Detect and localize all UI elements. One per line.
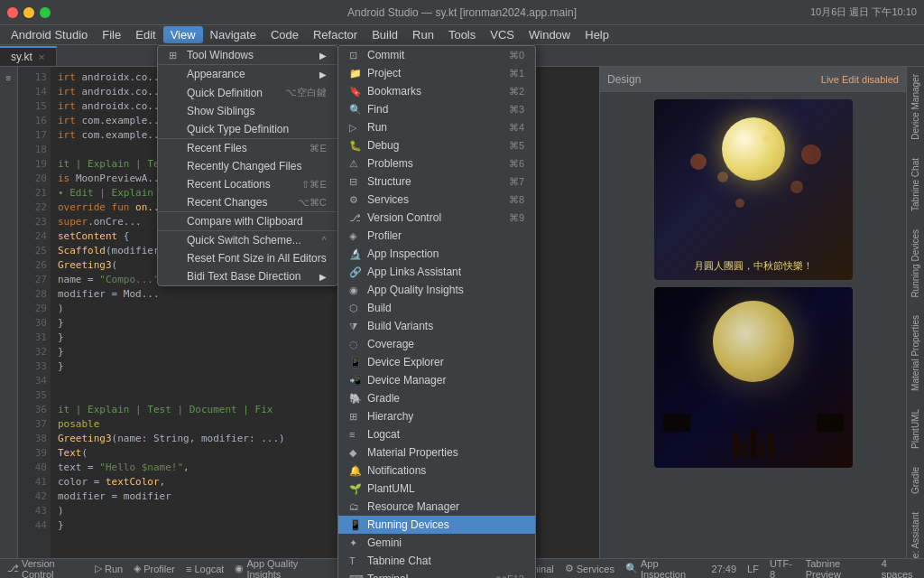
tw-logcat[interactable]: ≡ Logcat: [338, 425, 535, 443]
sidebar-app-assistant[interactable]: App Line: Assistant: [908, 505, 923, 558]
menu-window[interactable]: Window: [522, 26, 578, 43]
tw-debug[interactable]: 🐛 Debug ⌘5: [338, 136, 535, 154]
view-menu-section-5: Quick Switch Scheme... ^ Reset Font Size…: [158, 231, 337, 285]
tw-commit[interactable]: ⊡ Commit ⌘0: [338, 46, 535, 64]
tw-run[interactable]: ▷ Run ⌘4: [338, 118, 535, 136]
temple-left: [663, 414, 690, 432]
services-tw-icon: ⚙: [349, 194, 364, 206]
menu-item-bidi-text[interactable]: Bidi Text Base Direction ▶: [158, 267, 337, 285]
tw-structure[interactable]: ⊟ Structure ⌘7: [338, 172, 535, 191]
tw-device-manager[interactable]: 📲 Device Manager: [338, 371, 535, 389]
menu-item-recent-locations[interactable]: Recent Locations ⇧⌘E: [158, 175, 337, 193]
menu-item-quick-def[interactable]: Quick Definition ⌥空白鍵: [158, 83, 337, 102]
menu-android-studio[interactable]: Android Studio: [4, 26, 95, 43]
close-button[interactable]: [7, 7, 18, 18]
tw-tabnine-chat[interactable]: T Tabnine Chat: [338, 552, 535, 570]
menu-file[interactable]: File: [95, 26, 128, 43]
app-quality-icon: ◉: [349, 284, 364, 296]
tw-material-properties[interactable]: ◆ Material Properties: [338, 443, 535, 461]
tw-terminal[interactable]: ⌨ Terminal ⌥F12: [338, 570, 535, 578]
sidebar-device-manager[interactable]: Device Manager: [908, 67, 923, 147]
appearance-arrow: ▶: [319, 70, 327, 79]
run-icon: ▷: [95, 563, 102, 574]
menu-item-appearance[interactable]: Appearance ▶: [158, 65, 337, 83]
minimize-button[interactable]: [23, 7, 34, 18]
menu-tools[interactable]: Tools: [441, 26, 483, 43]
tab-close-icon[interactable]: ✕: [38, 52, 45, 62]
menu-item-recent-changes[interactable]: Recent Changes ⌥⌘C: [158, 193, 337, 211]
sidebar-running-devices[interactable]: Running Devices: [908, 222, 923, 305]
status-profiler[interactable]: ◈ Profiler: [134, 563, 175, 574]
tw-resource-manager[interactable]: 🗂 Resource Manager: [338, 498, 535, 516]
menu-run[interactable]: Run: [405, 26, 441, 43]
status-line-col[interactable]: 27:49: [712, 558, 737, 579]
sidebar-gradle[interactable]: Gradle: [908, 460, 923, 501]
run-tw-icon: ▷: [349, 122, 364, 134]
tw-services[interactable]: ⚙ Services ⌘8: [338, 191, 535, 209]
line-numbers: 1314151617 1819202122 2324252627 2829303…: [18, 67, 51, 558]
profiler-icon: ◈: [134, 563, 141, 574]
status-logcat[interactable]: ≡ Logcat: [186, 564, 224, 574]
tw-find[interactable]: 🔍 Find ⌘3: [338, 100, 535, 118]
tab-sy-kt[interactable]: sy.kt ✕: [0, 46, 57, 66]
status-charset[interactable]: UTF-8: [770, 558, 795, 579]
menu-item-tool-windows[interactable]: ⊞ Tool Windows ▶: [158, 46, 337, 64]
tw-problems[interactable]: ⚠ Problems ⌘6: [338, 154, 535, 172]
menu-edit[interactable]: Edit: [128, 26, 162, 43]
status-right: 27:49 LF UTF-8 Tabnine Preview 4 spaces: [712, 558, 917, 579]
tw-device-explorer[interactable]: 📱 Device Explorer: [338, 353, 535, 371]
tw-plantuml[interactable]: 🌱 PlantUML: [338, 480, 535, 498]
status-app-quality[interactable]: ◉ App Quality Insights: [235, 558, 328, 579]
title-bar: Android Studio — sy.kt [ironman2024.app.…: [0, 0, 924, 25]
sidebar-left-icon-1[interactable]: ≡: [2, 70, 16, 85]
status-tabnine[interactable]: Tabnine Preview: [806, 558, 871, 579]
tw-profiler[interactable]: ◈ Profiler: [338, 227, 535, 245]
sidebar-material-properties[interactable]: Material Properties: [908, 308, 923, 398]
menu-item-recent-files[interactable]: Recent Files ⌘E: [158, 139, 337, 157]
tw-build-variants[interactable]: ⧩ Build Variants: [338, 317, 535, 335]
maximize-button[interactable]: [40, 7, 51, 18]
menu-item-quick-type[interactable]: Quick Type Definition: [158, 120, 337, 138]
tw-build[interactable]: ⬡ Build: [338, 299, 535, 317]
sidebar-right: Device Manager Tabnine Chat Running Devi…: [906, 67, 924, 558]
menu-item-reset-font[interactable]: Reset Font Size in All Editors: [158, 249, 337, 267]
sidebar-plantuml[interactable]: PlantUML: [908, 402, 923, 456]
menu-item-compare-clipboard[interactable]: Compare with Clipboard: [158, 212, 337, 230]
moon-icon-2: [713, 301, 794, 382]
tw-hierarchy[interactable]: ⊞ Hierarchy: [338, 407, 535, 425]
status-version-control[interactable]: ⎇ Version Control: [7, 558, 84, 579]
tw-notifications[interactable]: 🔔 Notifications: [338, 461, 535, 480]
tw-app-inspection[interactable]: 🔬 App Inspection: [338, 245, 535, 263]
tw-bookmarks[interactable]: 🔖 Bookmarks ⌘2: [338, 82, 535, 100]
menu-bar: Android Studio File Edit View Navigate C…: [0, 25, 924, 45]
menu-item-show-siblings[interactable]: Show Siblings: [158, 102, 337, 120]
status-spaces[interactable]: 4 spaces: [882, 558, 917, 579]
sidebar-tabnine-chat[interactable]: Tabnine Chat: [908, 151, 923, 219]
menu-vcs[interactable]: VCS: [483, 26, 522, 43]
tw-gemini[interactable]: ✦ Gemini: [338, 534, 535, 552]
tw-project[interactable]: 📁 Project ⌘1: [338, 64, 535, 82]
status-run[interactable]: ▷ Run: [95, 563, 123, 574]
tw-app-links-assistant[interactable]: 🔗 App Links Assistant: [338, 263, 535, 281]
menu-view[interactable]: View: [163, 26, 203, 43]
tw-running-devices[interactable]: 📱 Running Devices: [338, 516, 535, 534]
menu-item-recently-changed[interactable]: Recently Changed Files: [158, 157, 337, 175]
status-lf[interactable]: LF: [747, 558, 759, 579]
tw-gradle[interactable]: 🐘 Gradle: [338, 389, 535, 407]
menu-item-quick-switch[interactable]: Quick Switch Scheme... ^: [158, 231, 337, 249]
temple-right: [817, 414, 844, 432]
menu-navigate[interactable]: Navigate: [203, 26, 263, 43]
status-services[interactable]: ⚙ Services: [565, 563, 614, 574]
tw-coverage[interactable]: ◌ Coverage: [338, 335, 535, 353]
menu-code[interactable]: Code: [263, 26, 306, 43]
tw-app-quality-insights[interactable]: ◉ App Quality Insights: [338, 281, 535, 299]
menu-build[interactable]: Build: [365, 26, 405, 43]
menu-help[interactable]: Help: [578, 26, 616, 43]
debug-icon: 🐛: [349, 140, 364, 152]
design-tab[interactable]: Design: [607, 73, 641, 86]
tw-version-control[interactable]: ⎇ Version Control ⌘9: [338, 209, 535, 227]
commit-icon: ⊡: [349, 50, 364, 61]
view-menu-section-4: Compare with Clipboard: [158, 212, 337, 231]
status-app-inspection[interactable]: 🔍 App Inspection: [625, 558, 701, 579]
menu-refactor[interactable]: Refactor: [306, 26, 365, 43]
